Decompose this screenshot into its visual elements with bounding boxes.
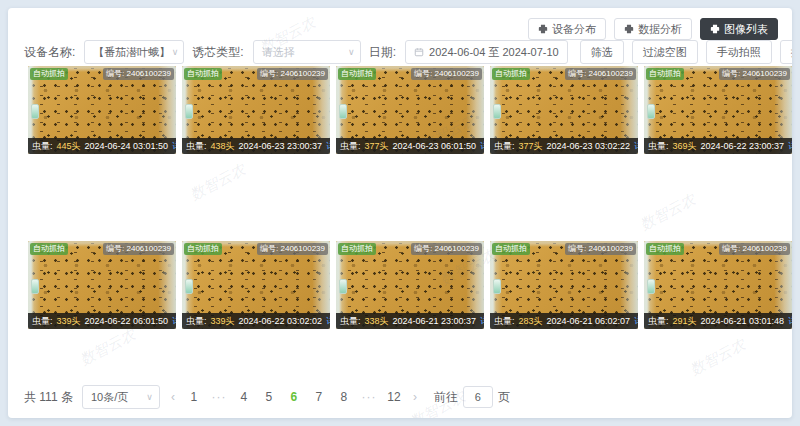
capture-time: 2024-06-22 03:02:02: [239, 316, 323, 326]
view-switcher: 设备分布 数据分析 图像列表: [528, 18, 778, 40]
device-select[interactable]: 【番茄潜叶蛾】 ∨: [84, 40, 184, 64]
page-ellipsis[interactable]: ···: [211, 390, 227, 404]
watermark: 数智云农: [687, 335, 749, 380]
next-page-arrow[interactable]: ›: [411, 390, 419, 404]
capture-mode-badge: 自动抓拍: [492, 68, 530, 80]
view-button-label: 图像列表: [724, 22, 768, 37]
insect-count: 339头: [57, 315, 81, 328]
detail-link[interactable]: 详情: [480, 140, 484, 153]
detail-link[interactable]: 详情: [788, 140, 792, 153]
trap-image-card[interactable]: 自动抓拍 编号: 2406100239 虫量: 339头 2024-06-22 …: [28, 241, 176, 329]
detail-link[interactable]: 详情: [634, 140, 638, 153]
device-id-badge: 编号: 2406100239: [719, 68, 790, 80]
insect-count: 283头: [519, 315, 543, 328]
printer-icon: [624, 24, 634, 34]
page-number-6-current[interactable]: 6: [286, 390, 302, 404]
page-size-value: 10条/页: [91, 390, 128, 405]
trap-image-card[interactable]: 自动抓拍 编号: 2406100239 虫量: 291头 2024-06-21 …: [644, 241, 792, 329]
insect-count: 377头: [365, 140, 389, 153]
trap-image-card[interactable]: 自动抓拍 编号: 2406100239 虫量: 377头 2024-06-23 …: [336, 66, 484, 154]
count-label: 虫量:: [494, 140, 515, 153]
date-label: 日期:: [369, 44, 396, 61]
view-button-label: 设备分布: [552, 22, 596, 37]
filter-button[interactable]: 筛选: [580, 40, 624, 64]
card-info-bar: 虫量: 438头 2024-06-23 23:00:37 详情: [182, 138, 330, 154]
capture-mode-badge: 自动抓拍: [338, 68, 376, 80]
trap-clip: [339, 279, 347, 294]
device-distribution-button[interactable]: 设备分布: [528, 18, 606, 40]
detail-link[interactable]: 详情: [788, 315, 792, 328]
trap-clip: [31, 279, 39, 294]
trap-image-card[interactable]: 自动抓拍 编号: 2406100239 虫量: 438头 2024-06-23 …: [182, 66, 330, 154]
page-ellipsis[interactable]: ···: [361, 390, 377, 404]
filter-bar: 设备名称: 【番茄潜叶蛾】 ∨ 诱芯类型: 请选择 ∨ 日期: 2024-06-…: [24, 40, 792, 64]
page-number-7[interactable]: 7: [311, 390, 327, 404]
capture-time: 2024-06-22 06:01:50: [85, 316, 169, 326]
count-label: 虫量:: [648, 315, 669, 328]
page-number-8[interactable]: 8: [336, 390, 352, 404]
page-number-12[interactable]: 12: [386, 390, 402, 404]
lure-select-placeholder: 请选择: [262, 45, 295, 60]
insect-count: 369头: [673, 140, 697, 153]
page-number-5[interactable]: 5: [261, 390, 277, 404]
capture-time: 2024-06-21 03:01:48: [701, 316, 785, 326]
capture-time: 2024-06-23 23:00:37: [239, 141, 323, 151]
page-number-4[interactable]: 4: [236, 390, 252, 404]
detail-link[interactable]: 详情: [634, 315, 638, 328]
card-info-bar: 虫量: 369头 2024-06-22 23:00:37 详情: [644, 138, 792, 154]
insect-count: 291头: [673, 315, 697, 328]
device-id-badge: 编号: 2406100239: [257, 68, 328, 80]
capture-mode-badge: 自动抓拍: [30, 68, 68, 80]
device-id-badge: 编号: 2406100239: [103, 68, 174, 80]
prev-page-arrow[interactable]: ‹: [169, 390, 177, 404]
count-label: 虫量:: [494, 315, 515, 328]
image-list-button[interactable]: 图像列表: [700, 18, 778, 40]
insect-count: 338头: [365, 315, 389, 328]
detail-link[interactable]: 详情: [480, 315, 484, 328]
capture-mode-badge: 自动抓拍: [184, 243, 222, 255]
batch-recognition-button[interactable]: 批量识别: [780, 40, 792, 64]
card-info-bar: 虫量: 338头 2024-06-21 23:00:37 详情: [336, 313, 484, 329]
total-count: 共 111 条: [24, 389, 73, 406]
trap-clip: [185, 279, 193, 294]
card-info-bar: 虫量: 445头 2024-06-24 03:01:50 详情: [28, 138, 176, 154]
trap-image-card[interactable]: 自动抓拍 编号: 2406100239 虫量: 283头 2024-06-21 …: [490, 241, 638, 329]
device-id-badge: 编号: 2406100239: [565, 243, 636, 255]
capture-time: 2024-06-22 23:00:37: [701, 141, 785, 151]
capture-mode-badge: 自动抓拍: [338, 243, 376, 255]
detail-link[interactable]: 详情: [172, 315, 176, 328]
calendar-icon: [414, 47, 424, 57]
trap-image-card[interactable]: 自动抓拍 编号: 2406100239 虫量: 377头 2024-06-23 …: [490, 66, 638, 154]
page-number-1[interactable]: 1: [186, 390, 202, 404]
card-info-bar: 虫量: 291头 2024-06-21 03:01:48 详情: [644, 313, 792, 329]
data-analysis-button[interactable]: 数据分析: [614, 18, 692, 40]
capture-mode-badge: 自动抓拍: [646, 68, 684, 80]
capture-time: 2024-06-21 23:00:37: [393, 316, 477, 326]
insect-count: 445头: [57, 140, 81, 153]
chevron-down-icon: ∨: [146, 392, 153, 402]
count-label: 虫量:: [648, 140, 669, 153]
page-size-select[interactable]: 10条/页 ∨: [82, 385, 160, 409]
count-label: 虫量:: [186, 140, 207, 153]
trap-image-card[interactable]: 自动抓拍 编号: 2406100239 虫量: 369头 2024-06-22 …: [644, 66, 792, 154]
trap-clip: [185, 104, 193, 119]
device-id-badge: 编号: 2406100239: [411, 68, 482, 80]
capture-mode-badge: 自动抓拍: [492, 243, 530, 255]
goto-page-input[interactable]: [463, 386, 493, 408]
capture-time: 2024-06-24 03:01:50: [85, 141, 169, 151]
trap-clip: [647, 279, 655, 294]
filter-empty-button[interactable]: 过滤空图: [632, 40, 698, 64]
manual-photo-button[interactable]: 手动拍照: [706, 40, 772, 64]
detail-link[interactable]: 详情: [326, 315, 330, 328]
detail-link[interactable]: 详情: [172, 140, 176, 153]
lure-type-select[interactable]: 请选择 ∨: [253, 40, 361, 64]
trap-image-card[interactable]: 自动抓拍 编号: 2406100239 虫量: 338头 2024-06-21 …: [336, 241, 484, 329]
trap-image-card[interactable]: 自动抓拍 编号: 2406100239 虫量: 445头 2024-06-24 …: [28, 66, 176, 154]
date-range-input[interactable]: 2024-06-04 至 2024-07-10: [405, 40, 568, 64]
detail-link[interactable]: 详情: [326, 140, 330, 153]
capture-mode-badge: 自动抓拍: [184, 68, 222, 80]
trap-image-card[interactable]: 自动抓拍 编号: 2406100239 虫量: 339头 2024-06-22 …: [182, 241, 330, 329]
card-info-bar: 虫量: 377头 2024-06-23 06:01:50 详情: [336, 138, 484, 154]
goto-page: 前往 页: [434, 386, 510, 408]
capture-time: 2024-06-23 03:02:22: [547, 141, 631, 151]
